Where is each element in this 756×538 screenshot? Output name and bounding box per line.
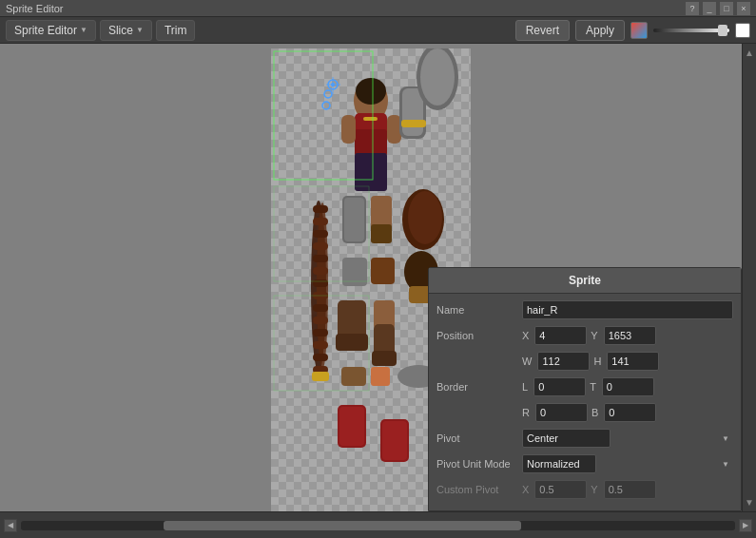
svg-rect-33: [371, 224, 392, 243]
help-button[interactable]: ?: [686, 2, 699, 15]
position-w-input[interactable]: [537, 352, 590, 371]
menu-bar: Sprite Editor ▼ Slice ▼ Trim Revert Appl…: [0, 17, 756, 44]
border-lt-group: L T: [522, 377, 733, 396]
alpha-indicator: [735, 23, 750, 38]
color-toggle-button[interactable]: [630, 22, 648, 39]
slice-dropdown-arrow: ▼: [136, 26, 144, 34]
maximize-button[interactable]: □: [720, 2, 733, 15]
svg-rect-46: [371, 367, 390, 386]
position-y-input[interactable]: [604, 326, 656, 345]
svg-rect-6: [313, 255, 328, 262]
pivot-unit-mode-select[interactable]: Normalized Pixels: [522, 454, 596, 473]
panel-body: Name Position X Y W H: [429, 294, 741, 510]
svg-rect-32: [371, 196, 392, 229]
pivot-row: Pivot Center Top Left Top Center Top Rig…: [436, 428, 733, 449]
pivot-unit-mode-row: Pivot Unit Mode Normalized Pixels: [436, 453, 733, 474]
slider-thumb: [718, 25, 727, 36]
pivot-select-wrapper[interactable]: Center Top Left Top Center Top Right Lef…: [522, 429, 733, 448]
svg-point-55: [322, 102, 330, 109]
custom-pivot-x-label: X: [522, 484, 529, 495]
pivot-select[interactable]: Center Top Left Top Center Top Right Lef…: [522, 429, 611, 448]
svg-rect-27: [401, 120, 426, 127]
name-input[interactable]: [522, 300, 733, 319]
border-label: Border: [436, 381, 522, 393]
svg-point-54: [324, 90, 332, 98]
svg-rect-36: [342, 258, 367, 286]
svg-rect-21: [363, 117, 378, 121]
h-label: H: [593, 355, 601, 367]
svg-rect-26: [402, 88, 423, 136]
r-label: R: [522, 407, 530, 418]
position-h-input[interactable]: [607, 352, 659, 371]
border-row-rb: R B: [436, 402, 733, 423]
custom-pivot-x-input[interactable]: [534, 480, 587, 499]
border-b-input[interactable]: [604, 403, 656, 422]
svg-rect-49: [339, 407, 364, 446]
name-row: Name: [436, 299, 733, 320]
pivot-unit-mode-select-wrapper[interactable]: Normalized Pixels: [522, 454, 733, 473]
b-label: B: [591, 407, 598, 418]
svg-rect-37: [371, 258, 395, 284]
svg-rect-4: [313, 230, 328, 238]
l-label: L: [522, 381, 528, 393]
trim-button[interactable]: Trim: [156, 20, 196, 41]
custom-pivot-row: Custom Pivot X Y: [436, 479, 733, 500]
custom-pivot-y-label: Y: [591, 484, 597, 495]
pivot-label: Pivot: [436, 432, 522, 444]
position-xy-group: X Y: [522, 326, 733, 345]
custom-pivot-label: Custom Pivot: [436, 484, 522, 495]
position-wh-group: W H: [522, 352, 733, 371]
revert-button[interactable]: Revert: [515, 20, 570, 41]
scroll-up-arrow[interactable]: ▲: [745, 44, 754, 62]
scroll-right-button[interactable]: ▶: [739, 519, 752, 532]
svg-rect-16: [312, 372, 329, 381]
pivot-unit-mode-label: Pivot Unit Mode: [436, 458, 522, 470]
menu-bar-right: Revert Apply: [515, 20, 750, 41]
svg-point-18: [356, 78, 386, 105]
t-label: T: [590, 381, 596, 393]
svg-rect-3: [313, 218, 328, 225]
svg-rect-44: [372, 351, 397, 366]
apply-button[interactable]: Apply: [575, 20, 625, 41]
scroll-thumb: [164, 521, 521, 530]
svg-rect-13: [313, 341, 328, 349]
slice-menu[interactable]: Slice ▼: [100, 20, 152, 41]
horizontal-scrollbar[interactable]: ◀ ▶: [0, 511, 756, 538]
name-label: Name: [436, 304, 522, 316]
border-row-lt: Border L T: [436, 376, 733, 397]
svg-rect-22: [341, 115, 356, 144]
svg-rect-10: [313, 304, 328, 312]
title-bar: Sprite Editor ? _ □ ×: [0, 0, 756, 17]
scroll-down-arrow[interactable]: ▼: [745, 493, 754, 511]
brightness-slider[interactable]: [653, 29, 729, 32]
svg-rect-23: [387, 115, 401, 144]
custom-pivot-y-input[interactable]: [604, 480, 656, 499]
minimize-button[interactable]: _: [703, 2, 716, 15]
position-x-input[interactable]: [534, 326, 587, 345]
x-label: X: [522, 330, 529, 341]
svg-rect-41: [336, 334, 368, 351]
panel-header: Sprite: [429, 268, 741, 294]
position-label: Position: [436, 330, 522, 341]
svg-rect-7: [313, 267, 328, 275]
title-bar-label: Sprite Editor: [6, 3, 64, 14]
right-scrollbar[interactable]: ▲ ▼: [742, 44, 756, 511]
title-bar-controls: ? _ □ ×: [686, 2, 750, 15]
sprite-editor-menu[interactable]: Sprite Editor ▼: [6, 20, 96, 41]
main-content: ▲ ▼ Sprite Name Position X Y: [0, 44, 756, 511]
svg-rect-5: [313, 242, 328, 250]
svg-rect-2: [313, 205, 328, 213]
position-row-wh: W H: [436, 351, 733, 372]
border-r-input[interactable]: [535, 403, 588, 422]
border-rb-group: R B: [522, 403, 733, 422]
scroll-left-button[interactable]: ◀: [4, 519, 17, 532]
w-label: W: [522, 355, 532, 367]
properties-panel: Sprite Name Position X Y: [428, 267, 742, 511]
border-t-input[interactable]: [602, 377, 654, 396]
border-l-input[interactable]: [533, 377, 586, 396]
close-button[interactable]: ×: [737, 2, 750, 15]
svg-rect-8: [313, 279, 328, 287]
slider-track: [653, 29, 729, 32]
svg-rect-20: [355, 129, 387, 156]
scroll-track[interactable]: [21, 521, 735, 530]
